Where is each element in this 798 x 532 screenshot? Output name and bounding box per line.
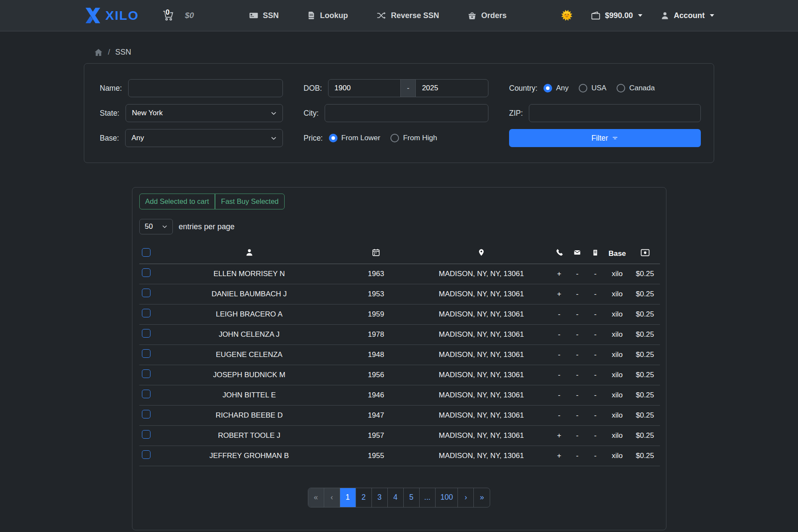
brand-logo[interactable]: XILO (84, 7, 139, 24)
city-input[interactable] (325, 104, 488, 122)
filter-button[interactable]: Filter (509, 129, 701, 147)
row-checkbox[interactable] (142, 329, 150, 338)
pagination-page-1[interactable]: 1 (340, 488, 356, 507)
country-radio-any[interactable]: Any (543, 84, 568, 92)
dob-to-input[interactable] (415, 79, 488, 97)
cell-name: RICHARD BEEBE D (159, 405, 340, 425)
phone-column-icon (556, 249, 563, 256)
cell-price: $0.25 (630, 425, 660, 446)
wallet-balance: $990.00 (605, 11, 633, 20)
navbar: XILO 0 $0 SSN (0, 0, 798, 31)
row-checkbox[interactable] (142, 430, 150, 439)
theme-toggle-sun-icon[interactable]: 🌞 (561, 11, 572, 20)
table-row[interactable]: ELLEN MORRISEY N 1963 MADISON, NY, NY, 1… (139, 264, 660, 284)
pagination-page-100[interactable]: 100 (436, 488, 458, 507)
cell-year: 1947 (340, 405, 413, 425)
cell-email: - (568, 324, 586, 344)
table-row[interactable]: LEIGH BRACERO A 1959 MADISON, NY, NY, 13… (139, 304, 660, 324)
country-radio-usa[interactable]: USA (579, 84, 606, 92)
table-row[interactable]: JOHN BITTEL E 1946 MADISON, NY, NY, 1306… (139, 385, 660, 405)
zip-label: ZIP: (509, 109, 523, 118)
cell-phone: + (550, 264, 568, 284)
nav-links: SSN Lookup Rever (249, 11, 506, 20)
table-row[interactable]: RICHARD BEEBE D 1947 MADISON, NY, NY, 13… (139, 405, 660, 425)
nav-item-orders[interactable]: Orders (467, 11, 506, 20)
nav-label-orders: Orders (481, 11, 506, 20)
table-row[interactable]: EUGENE CELENZA 1948 MADISON, NY, NY, 130… (139, 344, 660, 365)
zip-input[interactable] (529, 104, 701, 122)
person-icon (660, 11, 669, 20)
dob-from-input[interactable] (328, 79, 401, 97)
dob-label: DOB: (304, 84, 322, 93)
row-checkbox[interactable] (142, 268, 150, 277)
nav-item-reverse-ssn[interactable]: Reverse SSN (376, 11, 439, 20)
pagination-page-3[interactable]: 3 (372, 488, 388, 507)
home-icon[interactable] (94, 48, 103, 57)
table-row[interactable]: JEFFREY GROHMAN B 1955 MADISON, NY, NY, … (139, 446, 660, 466)
pagination-first[interactable]: « (308, 488, 324, 507)
base-column-header: Base (605, 244, 630, 264)
price-option-label: From Lower (341, 134, 381, 142)
pagination-last[interactable]: » (474, 488, 490, 507)
account-dropdown[interactable]: Account (660, 11, 714, 20)
row-checkbox[interactable] (142, 309, 150, 317)
pagination-next[interactable]: › (458, 488, 474, 507)
row-checkbox[interactable] (142, 450, 150, 459)
pagination-page-4[interactable]: 4 (388, 488, 404, 507)
cell-email: - (568, 405, 586, 425)
cell-phone: - (550, 385, 568, 405)
cell-year: 1955 (340, 446, 413, 466)
price-label: Price: (304, 134, 323, 143)
state-select[interactable]: New York (126, 104, 283, 122)
cell-address: MADISON, NY, NY, 13061 (413, 365, 550, 385)
name-label: Name: (100, 84, 122, 93)
select-all-checkbox[interactable] (142, 248, 150, 257)
cell-price: $0.25 (630, 284, 660, 304)
price-option-label: From High (403, 134, 437, 142)
nav-label-lookup: Lookup (320, 11, 348, 20)
price-radio-from-high[interactable]: From High (390, 134, 437, 142)
table-row[interactable]: DANIEL BAUMBACH J 1953 MADISON, NY, NY, … (139, 284, 660, 304)
breadcrumb-current: SSN (115, 48, 131, 57)
row-checkbox[interactable] (142, 390, 150, 398)
cell-base: xilo (605, 385, 630, 405)
cell-email: - (568, 304, 586, 324)
cart-amount: $0 (185, 11, 194, 20)
shuffle-icon (376, 11, 387, 20)
country-radio-canada[interactable]: Canada (617, 84, 655, 92)
cart-count-badge: 0 (166, 8, 169, 17)
cell-email: - (568, 264, 586, 284)
row-checkbox[interactable] (142, 289, 150, 297)
page-size-select[interactable]: 50 (139, 219, 173, 234)
name-input[interactable] (128, 79, 283, 97)
cell-phone: + (550, 425, 568, 446)
table-row[interactable]: ROBERT TOOLE J 1957 MADISON, NY, NY, 130… (139, 425, 660, 446)
price-radio-from-lower[interactable]: From Lower (329, 134, 381, 142)
cell-doc: - (586, 446, 605, 466)
cell-base: xilo (605, 344, 630, 365)
row-checkbox[interactable] (142, 410, 150, 418)
row-checkbox[interactable] (142, 369, 150, 378)
nav-item-lookup[interactable]: Lookup (307, 11, 348, 20)
base-select[interactable]: Any (125, 129, 283, 147)
add-selected-to-cart-button[interactable]: Add Selected to cart (139, 194, 215, 209)
fast-buy-selected-button[interactable]: Fast Buy Selected (215, 194, 285, 209)
state-select-value: New York (132, 109, 163, 117)
state-label: State: (100, 109, 120, 118)
bulk-actions: Add Selected to cart Fast Buy Selected (139, 194, 659, 209)
cell-name: EUGENE CELENZA (159, 344, 340, 365)
wallet-dropdown[interactable]: $990.00 (591, 11, 642, 21)
pagination-page-5[interactable]: 5 (404, 488, 420, 507)
pagination-prev[interactable]: ‹ (324, 488, 340, 507)
table-row[interactable]: JOSEPH BUDNICK M 1956 MADISON, NY, NY, 1… (139, 365, 660, 385)
radio-unchecked-icon (390, 134, 399, 142)
base-select-value: Any (132, 134, 144, 142)
radio-unchecked-icon (579, 84, 587, 92)
nav-item-ssn[interactable]: SSN (249, 11, 279, 20)
pagination-page-2[interactable]: 2 (356, 488, 372, 507)
document-column-icon (592, 249, 598, 257)
row-checkbox[interactable] (142, 349, 150, 358)
table-row[interactable]: JOHN CELENZA J 1978 MADISON, NY, NY, 130… (139, 324, 660, 344)
cart-button[interactable]: 0 (163, 10, 174, 21)
filter-button-label: Filter (592, 134, 608, 143)
